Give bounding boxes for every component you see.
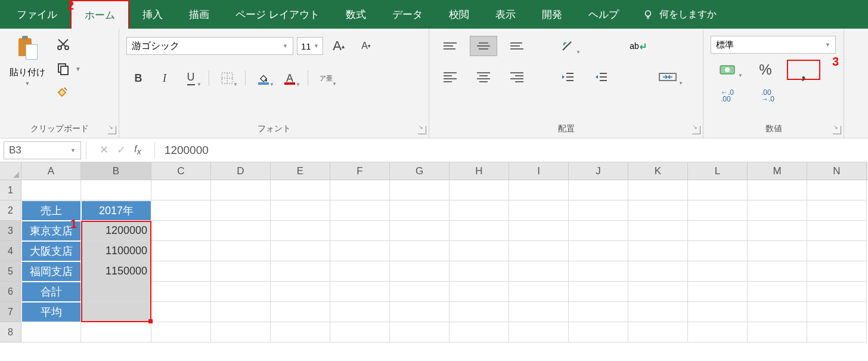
cell-G5[interactable]: [390, 261, 450, 282]
cell-B1[interactable]: [81, 180, 151, 200]
wrap-text-button[interactable]: ab: [618, 36, 651, 56]
clipboard-dialog-launcher[interactable]: [108, 126, 116, 134]
font-color-button[interactable]: A ▼: [278, 68, 302, 88]
cell-M6[interactable]: [748, 282, 807, 302]
cell-K2[interactable]: [628, 200, 688, 221]
cell-D6[interactable]: [211, 282, 271, 302]
cell-L7[interactable]: [688, 302, 748, 322]
cell-G8[interactable]: [390, 322, 450, 343]
cell-C7[interactable]: [151, 302, 211, 322]
format-painter-button[interactable]: [56, 84, 81, 100]
decrease-indent-button[interactable]: [554, 67, 582, 87]
column-header-D[interactable]: D: [211, 162, 271, 180]
cell-K8[interactable]: [628, 322, 688, 343]
cell-J4[interactable]: [569, 241, 628, 261]
cell-A8[interactable]: [21, 322, 81, 343]
cell-I2[interactable]: [509, 200, 569, 221]
alignment-dialog-launcher[interactable]: [692, 126, 700, 134]
column-header-M[interactable]: M: [748, 162, 807, 180]
cell-L5[interactable]: [688, 261, 748, 282]
cell-C3[interactable]: [151, 221, 211, 241]
cell-I5[interactable]: [509, 261, 569, 282]
cell-H7[interactable]: [450, 302, 509, 322]
cell-F6[interactable]: [330, 282, 390, 302]
align-bottom-button[interactable]: [503, 36, 531, 56]
cell-K7[interactable]: [628, 302, 688, 322]
cell-C4[interactable]: [151, 241, 211, 261]
tab-formulas[interactable]: 数式: [333, 0, 379, 29]
cell-H1[interactable]: [450, 180, 509, 200]
cell-D1[interactable]: [211, 180, 271, 200]
row-header-8[interactable]: 8: [0, 322, 21, 343]
cell-M5[interactable]: [748, 261, 807, 282]
paste-label[interactable]: 貼り付け: [10, 67, 45, 78]
align-left-button[interactable]: [436, 67, 464, 87]
paste-icon[interactable]: [15, 36, 40, 64]
tellme[interactable]: 何をしますか: [643, 0, 717, 29]
cell-K4[interactable]: [628, 241, 688, 261]
cell-I7[interactable]: [509, 302, 569, 322]
cell-A5[interactable]: 福岡支店: [21, 261, 81, 282]
shrink-font-button[interactable]: A▾: [354, 36, 378, 56]
cell-E2[interactable]: [271, 200, 330, 221]
column-header-G[interactable]: G: [390, 162, 450, 180]
cell-J1[interactable]: [569, 180, 628, 200]
cell-E3[interactable]: [271, 221, 330, 241]
cell-I1[interactable]: [509, 180, 569, 200]
grow-font-button[interactable]: A▴: [327, 36, 351, 56]
cell-N4[interactable]: [807, 241, 867, 261]
cell-M8[interactable]: [748, 322, 807, 343]
tab-pagelayout[interactable]: ページ レイアウト: [222, 0, 333, 29]
cell-D3[interactable]: [211, 221, 271, 241]
cell-G6[interactable]: [390, 282, 450, 302]
column-header-N[interactable]: N: [807, 162, 867, 180]
align-center-button[interactable]: [470, 67, 497, 87]
cell-F7[interactable]: [330, 302, 390, 322]
tab-help[interactable]: ヘルプ: [575, 0, 632, 29]
tab-view[interactable]: 表示: [482, 0, 529, 29]
column-header-K[interactable]: K: [628, 162, 688, 180]
tab-review[interactable]: 校閲: [436, 0, 482, 29]
cell-H6[interactable]: [450, 282, 509, 302]
align-middle-button[interactable]: [470, 36, 497, 56]
cell-I3[interactable]: [509, 221, 569, 241]
cell-H3[interactable]: [450, 221, 509, 241]
fx-icon[interactable]: fx: [134, 143, 141, 156]
cell-J5[interactable]: [569, 261, 628, 282]
cell-B2[interactable]: 2017年: [81, 200, 151, 221]
borders-button[interactable]: ▼: [215, 68, 239, 88]
row-header-4[interactable]: 4: [0, 241, 21, 261]
tab-home[interactable]: ホーム: [70, 0, 129, 29]
cell-L1[interactable]: [688, 180, 748, 200]
cell-E1[interactable]: [271, 180, 330, 200]
merge-center-button[interactable]: ▼: [651, 67, 684, 87]
cell-A7[interactable]: 平均: [21, 302, 81, 322]
cell-F8[interactable]: [330, 322, 390, 343]
cell-D4[interactable]: [211, 241, 271, 261]
cell-N2[interactable]: [807, 200, 867, 221]
cell-H5[interactable]: [450, 261, 509, 282]
row-header-2[interactable]: 2: [0, 200, 21, 221]
cell-A1[interactable]: [21, 180, 81, 200]
column-header-C[interactable]: C: [151, 162, 211, 180]
column-header-F[interactable]: F: [330, 162, 390, 180]
cell-F1[interactable]: [330, 180, 390, 200]
cell-C6[interactable]: [151, 282, 211, 302]
cell-G3[interactable]: [390, 221, 450, 241]
cell-G1[interactable]: [390, 180, 450, 200]
fill-color-button[interactable]: ▼: [252, 68, 275, 88]
column-header-E[interactable]: E: [271, 162, 330, 180]
cell-C1[interactable]: [151, 180, 211, 200]
cell-N3[interactable]: [807, 221, 867, 241]
tab-data[interactable]: データ: [379, 0, 436, 29]
cell-C5[interactable]: [151, 261, 211, 282]
tab-file[interactable]: ファイル 2: [4, 0, 70, 29]
cell-L2[interactable]: [688, 200, 748, 221]
cell-L6[interactable]: [688, 282, 748, 302]
phonetic-button[interactable]: ア亜▼: [314, 68, 338, 88]
cell-G2[interactable]: [390, 200, 450, 221]
accounting-format-button[interactable]: ▼: [711, 60, 744, 80]
column-header-B[interactable]: B: [81, 162, 151, 180]
orientation-button[interactable]: ▼: [554, 36, 582, 56]
cell-N6[interactable]: [807, 282, 867, 302]
